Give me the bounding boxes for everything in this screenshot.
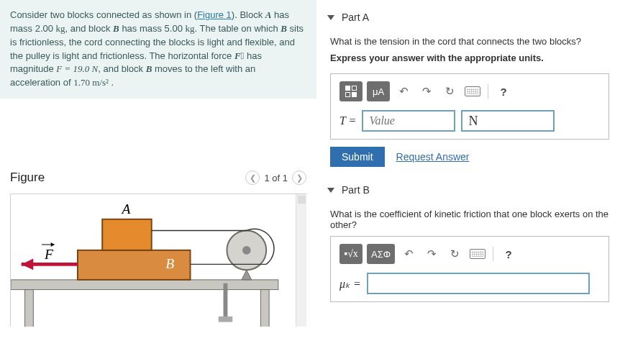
part-b-header[interactable]: Part B	[327, 180, 609, 200]
pager-text: 1 of 1	[264, 173, 288, 183]
part-b-value-input[interactable]	[367, 273, 590, 294]
part-a-request-answer-link[interactable]: Request Answer	[396, 151, 470, 163]
svg-text:F: F	[44, 247, 54, 262]
figure-link[interactable]: Figure 1	[197, 9, 232, 20]
figure-pager: ❮ 1 of 1 ❯	[245, 170, 306, 185]
part-b-question: What is the coefficient of kinetic frict…	[330, 209, 609, 230]
svg-text:B: B	[165, 256, 174, 271]
svg-rect-9	[219, 317, 233, 322]
pager-prev-button[interactable]: ❮	[245, 170, 260, 185]
undo-button[interactable]: ↶	[394, 81, 413, 101]
figure-title: Figure	[10, 170, 45, 185]
part-a-value-input[interactable]	[362, 110, 455, 132]
svg-text:A: A	[121, 201, 132, 217]
collapse-icon	[327, 188, 334, 193]
reset-button[interactable]: ↻	[440, 81, 459, 101]
part-a-instruction: Express your answer with the appropriate…	[330, 53, 609, 63]
part-a-header[interactable]: Part A	[327, 7, 609, 27]
part-b-input-panel: ▪√x ΑΣΦ ↶ ↷ ↻ ? μₖ =	[330, 236, 609, 302]
templates-button[interactable]	[339, 81, 363, 101]
units-mu-a-button[interactable]: μA	[367, 81, 390, 101]
part-a-variable: T =	[339, 114, 356, 127]
reset-button[interactable]: ↻	[445, 244, 464, 264]
help-button[interactable]: ?	[494, 81, 513, 101]
pager-next-button[interactable]: ❯	[292, 170, 306, 185]
part-a-units-input[interactable]	[461, 110, 555, 132]
keyboard-button[interactable]	[468, 244, 487, 264]
part-a-title: Part A	[342, 12, 369, 23]
redo-button[interactable]: ↷	[422, 244, 441, 264]
part-b-variable: μₖ =	[339, 277, 361, 291]
keyboard-button[interactable]	[463, 81, 482, 101]
svg-point-6	[242, 246, 251, 255]
part-a-question: What is the tension in the cord that con…	[330, 36, 609, 47]
help-button[interactable]: ?	[499, 244, 518, 264]
svg-rect-1	[25, 290, 34, 327]
templates-button[interactable]: ▪√x	[339, 244, 363, 264]
svg-rect-4	[102, 219, 151, 250]
part-b-title: Part B	[342, 184, 370, 196]
greek-button[interactable]: ΑΣΦ	[367, 244, 395, 264]
undo-button[interactable]: ↶	[399, 244, 418, 264]
part-a-input-panel: μA ↶ ↷ ↻ ? T =	[330, 73, 609, 140]
svg-rect-2	[260, 290, 269, 327]
problem-statement: Consider two blocks connected as shown i…	[0, 0, 316, 99]
figure-scrollbar[interactable]	[296, 194, 306, 327]
figure-image: A B F	[10, 194, 306, 327]
svg-marker-11	[22, 259, 34, 270]
svg-rect-0	[11, 280, 278, 290]
collapse-icon	[327, 15, 334, 20]
redo-button[interactable]: ↷	[417, 81, 436, 101]
part-a-submit-button[interactable]: Submit	[330, 147, 385, 167]
